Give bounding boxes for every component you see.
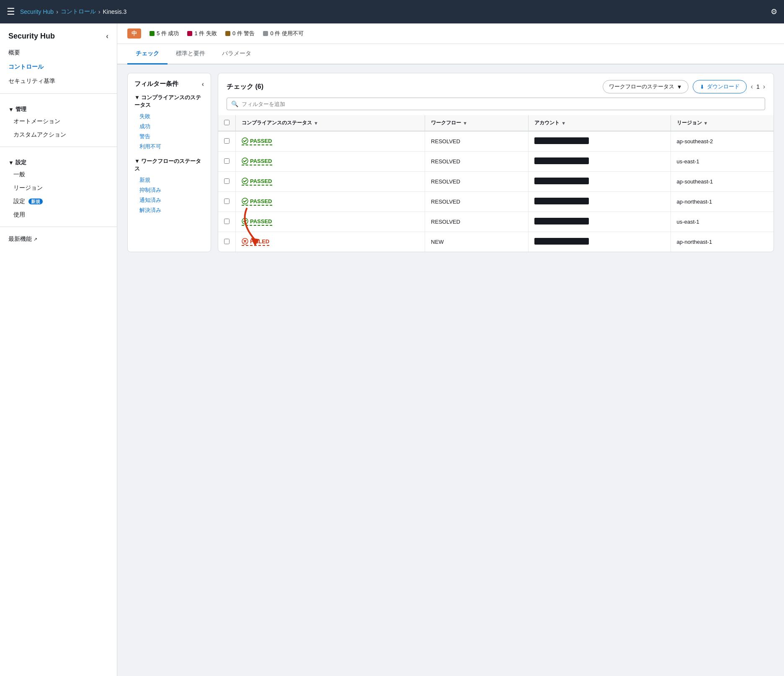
row-account-5 (529, 232, 671, 252)
checks-controls: ワークフローのステータス ▼ ⬇ ダウンロード ‹ 1 › (603, 80, 765, 93)
svg-point-4 (242, 218, 248, 224)
table-row[interactable]: PASSED RESOLVED us-east-1 (218, 212, 774, 232)
table-row[interactable]: PASSED RESOLVED us-east-1 (218, 152, 774, 172)
redacted-account-1 (534, 157, 589, 164)
breadcrumb-security-hub[interactable]: Security Hub (20, 8, 54, 15)
tab-standards[interactable]: 標準と要件 (168, 44, 214, 65)
row-checkbox-3[interactable] (224, 199, 230, 204)
sidebar-item-custom-action[interactable]: カスタムアクション (0, 128, 117, 142)
filter-input[interactable] (242, 101, 761, 107)
filter-link-passed[interactable]: 成功 (134, 121, 204, 132)
row-checkbox-cell-2[interactable] (218, 172, 236, 192)
filter-link-suppressed[interactable]: 抑制済み (134, 185, 204, 195)
sidebar-item-automation[interactable]: オートメーション (0, 115, 117, 128)
th-workflow[interactable]: ワークフロー ▼ (425, 115, 529, 131)
download-icon: ⬇ (700, 84, 704, 90)
prev-page-button[interactable]: ‹ (751, 83, 753, 90)
row-checkbox-cell-3[interactable] (218, 192, 236, 212)
row-checkbox-cell-4[interactable] (218, 212, 236, 232)
th-region[interactable]: リージョン ▼ (671, 115, 774, 131)
filter-link-warning[interactable]: 警告 (134, 132, 204, 142)
download-button[interactable]: ⬇ ダウンロード (693, 80, 747, 93)
status-badge-5[interactable]: FAILED (242, 238, 269, 246)
row-workflow-5: NEW (425, 232, 529, 252)
status-badge-3[interactable]: PASSED (242, 198, 272, 206)
table-row[interactable]: PASSED RESOLVED ap-southeast-2 (218, 131, 774, 152)
status-badge-4[interactable]: PASSED (242, 218, 272, 226)
row-checkbox-5[interactable] (224, 239, 230, 244)
status-badge-1[interactable]: PASSED (242, 157, 272, 165)
warning-dot (225, 31, 230, 36)
sidebar-item-security-standards[interactable]: セキュリティ基準 (0, 74, 117, 88)
redacted-account-0 (534, 137, 589, 144)
sidebar-item-config[interactable]: 設定 新規 (0, 195, 117, 208)
sidebar-item-overview[interactable]: 概要 (0, 46, 117, 60)
table-row[interactable]: PASSED RESOLVED ap-southeast-1 (218, 172, 774, 192)
th-compliance-status[interactable]: コンプライアンスのステータス ▼ (236, 115, 425, 131)
checks-panel: チェック (6) ワークフローのステータス ▼ ⬇ ダウンロード ‹ (218, 73, 774, 252)
sidebar-section-management: ▼ 管理 (0, 99, 117, 115)
table-wrapper: コンプライアンスのステータス ▼ ワークフロー ▼ (218, 115, 774, 252)
sort-icon-workflow: ▼ (463, 121, 467, 126)
sidebar-divider-2 (0, 147, 117, 147)
filter-collapse-button[interactable]: ‹ (202, 80, 204, 88)
row-checkbox-cell-5[interactable] (218, 232, 236, 252)
checks-header: チェック (6) ワークフローのステータス ▼ ⬇ ダウンロード ‹ (218, 73, 774, 98)
row-checkbox-1[interactable] (224, 158, 230, 164)
stat-success: 5 件 成功 (150, 30, 179, 37)
row-status-5: FAILED (236, 232, 425, 252)
row-checkbox-4[interactable] (224, 219, 230, 224)
sidebar-item-usage[interactable]: 使用 (0, 208, 117, 222)
row-status-4: PASSED (236, 212, 425, 232)
layout: Security Hub ‹ 概要 コントロール セキュリティ基準 ▼ 管理 オ… (0, 23, 784, 676)
sidebar-item-controls[interactable]: コントロール (0, 60, 117, 74)
status-badge-2[interactable]: PASSED (242, 178, 272, 186)
row-workflow-4: RESOLVED (425, 212, 529, 232)
sidebar-external-link[interactable]: 最新機能 ↗ (0, 232, 117, 246)
tab-parameters[interactable]: パラメータ (214, 44, 260, 65)
select-all-checkbox[interactable] (224, 120, 230, 125)
success-dot (150, 31, 155, 36)
row-workflow-3: RESOLVED (425, 192, 529, 212)
sidebar-divider-1 (0, 93, 117, 94)
row-checkbox-2[interactable] (224, 178, 230, 184)
chevron-down-icon-settings: ▼ (8, 160, 14, 166)
sidebar-item-region[interactable]: リージョン (0, 181, 117, 195)
svg-point-1 (242, 158, 248, 164)
filter-link-unavailable[interactable]: 利用不可 (134, 142, 204, 152)
unavailable-dot (263, 31, 268, 36)
breadcrumb-controls[interactable]: コントロール (61, 8, 96, 15)
row-checkbox-cell-1[interactable] (218, 152, 236, 172)
th-account[interactable]: アカウント ▼ (529, 115, 671, 131)
stat-failed: 1 件 失敗 (187, 30, 217, 37)
sidebar-item-general[interactable]: 一般 (0, 168, 117, 181)
row-checkbox-0[interactable] (224, 138, 230, 144)
main-content: 中 5 件 成功 1 件 失敗 0 件 警告 0 件 使用不可 チェック 標準と… (117, 23, 784, 676)
checks-table: コンプライアンスのステータス ▼ ワークフロー ▼ (218, 115, 774, 252)
checks-title: チェック (6) (227, 83, 263, 91)
status-badge-0[interactable]: PASSED (242, 137, 272, 145)
table-row[interactable]: PASSED RESOLVED ap-northeast-1 (218, 192, 774, 212)
row-account-0 (529, 131, 671, 152)
redacted-account-2 (534, 178, 589, 184)
row-status-1: PASSED (236, 152, 425, 172)
filter-link-new[interactable]: 新規 (134, 175, 204, 185)
sidebar-collapse-button[interactable]: ‹ (106, 32, 108, 41)
settings-icon[interactable]: ⚙ (771, 8, 777, 16)
filter-input-wrap[interactable]: 🔍 (227, 98, 765, 110)
th-select-all[interactable] (218, 115, 236, 131)
filter-link-failed[interactable]: 失敗 (134, 111, 204, 121)
sidebar-section-settings: ▼ 設定 (0, 152, 117, 168)
pagination: ‹ 1 › (751, 83, 765, 90)
row-region-1: us-east-1 (671, 152, 774, 172)
workflow-status-select[interactable]: ワークフローのステータス ▼ (603, 80, 689, 93)
filter-link-notified[interactable]: 通知済み (134, 195, 204, 205)
table-row[interactable]: FAILED NEW ap-northeast-1 (218, 232, 774, 252)
breadcrumb-current: Kinesis.3 (103, 8, 127, 15)
sidebar-title: Security Hub (8, 32, 55, 41)
next-page-button[interactable]: › (763, 83, 765, 90)
tab-checks[interactable]: チェック (127, 44, 168, 65)
filter-link-resolved[interactable]: 解決済み (134, 205, 204, 215)
row-checkbox-cell-0[interactable] (218, 131, 236, 152)
hamburger-icon[interactable]: ☰ (7, 6, 15, 17)
